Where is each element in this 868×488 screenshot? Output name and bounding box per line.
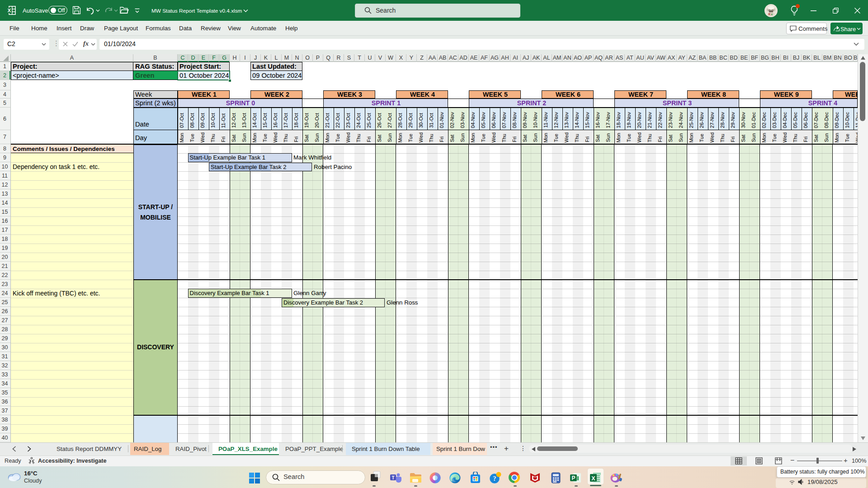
svg-text:X: X <box>591 475 595 482</box>
svg-text:P: P <box>571 475 575 481</box>
svg-text:T: T <box>392 475 394 480</box>
svg-text:x: x <box>771 13 773 16</box>
svg-text:X: X <box>8 8 11 13</box>
svg-text:?: ? <box>493 475 496 482</box>
svg-text:R: R <box>769 13 771 16</box>
